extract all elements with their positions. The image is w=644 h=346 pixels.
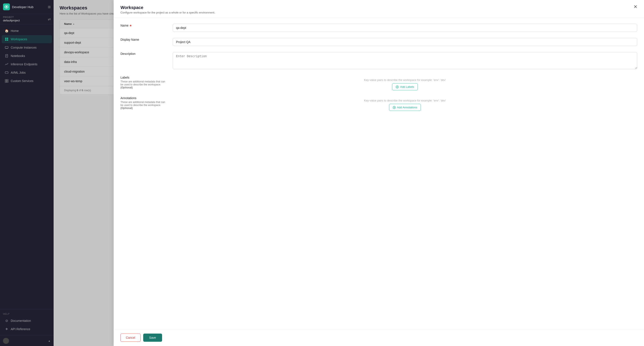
sidebar-item-label: Compute Instances — [11, 46, 37, 49]
nav-menu: 🏠 Home Workspaces Compute Instances Note… — [0, 24, 54, 309]
modal-title: Workspace — [120, 5, 637, 10]
project-section: PROJECT defaultproject ⇄ — [0, 14, 54, 24]
help-label: Help — [0, 311, 54, 317]
labels-field-row: Labels These are additional metadata tha… — [120, 76, 637, 90]
modal-subtitle: Configure workspace for the project as a… — [120, 11, 637, 14]
sidebar-footer: ▲ — [0, 336, 54, 346]
required-star: ★ — [129, 24, 132, 27]
sidebar-item-home[interactable]: 🏠 Home — [2, 27, 52, 35]
svg-rect-2 — [5, 38, 6, 39]
sidebar-header: Developer Hub ⊞ — [0, 0, 54, 14]
name-input[interactable] — [173, 24, 637, 32]
sidebar-item-label: Workspaces — [11, 37, 27, 41]
workspace-modal: Workspace Configure workspace for the pr… — [114, 0, 644, 346]
app-logo — [3, 3, 10, 10]
aiml-icon — [5, 71, 8, 74]
save-button[interactable]: Save — [143, 334, 162, 342]
add-annotations-button[interactable]: Add Annotations — [389, 104, 421, 111]
annotations-field-row: Annotations These are additional metadat… — [120, 96, 637, 111]
sidebar-item-inference[interactable]: Inference Endpoints — [2, 60, 52, 68]
sidebar-item-docs[interactable]: ⊙ Documentation — [2, 317, 52, 325]
add-labels-button[interactable]: Add Labels — [392, 83, 418, 90]
app-title: Developer Hub — [12, 5, 34, 9]
display-name-field-row: Display Name — [120, 38, 637, 46]
swap-icon[interactable]: ⇄ — [48, 17, 50, 21]
name-field-row: Name ★ — [120, 24, 637, 32]
sidebar: Developer Hub ⊞ PROJECT defaultproject ⇄… — [0, 0, 54, 346]
sidebar-item-label: Custom Services — [11, 79, 34, 83]
sidebar-item-compute[interactable]: Compute Instances — [2, 43, 52, 52]
main-area: Workspaces Here is the list of Workspace… — [54, 0, 644, 346]
labels-placeholder: Key-value pairs to describe the workspac… — [173, 76, 637, 83]
user-avatar — [3, 338, 9, 344]
sidebar-item-api[interactable]: ✈ API Reference — [2, 325, 52, 333]
sidebar-item-label: Documentation — [11, 319, 31, 323]
sidebar-item-workspaces[interactable]: Workspaces — [2, 35, 52, 43]
custom-icon — [5, 79, 8, 83]
cancel-button[interactable]: Cancel — [120, 334, 141, 342]
sidebar-item-label: Notebooks — [11, 54, 25, 58]
docs-icon: ⊙ — [5, 319, 8, 323]
svg-rect-4 — [5, 39, 6, 41]
modal-header: Workspace Configure workspace for the pr… — [114, 0, 644, 18]
project-label: PROJECT — [3, 16, 20, 18]
chevron-up-icon[interactable]: ▲ — [48, 339, 50, 342]
sidebar-help: Help ⊙ Documentation ✈ API Reference — [0, 309, 54, 336]
display-name-label: Display Name — [120, 38, 168, 41]
sidebar-item-custom[interactable]: Custom Services — [2, 77, 52, 85]
svg-rect-5 — [7, 39, 8, 41]
description-field-row: Description — [120, 52, 637, 70]
name-label: Name ★ — [120, 24, 168, 27]
inference-icon — [5, 62, 8, 66]
grid-icon[interactable]: ⊞ — [48, 5, 50, 9]
sidebar-item-label: Inference Endpoints — [11, 62, 38, 66]
sidebar-item-aiml[interactable]: AI/ML Jobs — [2, 68, 52, 77]
sidebar-item-label: API Reference — [11, 327, 30, 331]
sidebar-item-label: Home — [11, 29, 19, 32]
description-label: Description — [120, 52, 168, 55]
annotations-desc: These are additional metadata that can b… — [120, 101, 168, 110]
project-name: defaultproject — [3, 19, 20, 22]
home-icon: 🏠 — [5, 29, 8, 33]
annotations-label: Annotations — [120, 96, 168, 100]
modal-body: Name ★ Display Name — [114, 18, 644, 329]
display-name-input[interactable] — [173, 38, 637, 46]
close-button[interactable]: ✕ — [632, 3, 639, 10]
svg-rect-10 — [7, 79, 8, 81]
svg-rect-12 — [7, 81, 8, 82]
compute-icon — [5, 46, 8, 49]
modal-footer: Cancel Save — [114, 329, 644, 346]
api-icon: ✈ — [5, 327, 8, 331]
svg-rect-8 — [5, 72, 8, 73]
svg-marker-1 — [6, 6, 7, 8]
svg-rect-9 — [5, 79, 6, 81]
workspaces-icon — [5, 37, 8, 41]
notebooks-icon — [5, 54, 8, 58]
annotations-placeholder: Key-value pairs to describe the workspac… — [173, 96, 637, 104]
sidebar-item-label: AI/ML Jobs — [11, 71, 26, 74]
labels-desc: These are additional metadata that can b… — [120, 80, 168, 89]
description-textarea[interactable] — [173, 52, 637, 69]
svg-rect-3 — [7, 38, 8, 39]
sidebar-item-notebooks[interactable]: Notebooks — [2, 52, 52, 60]
labels-label: Labels — [120, 76, 168, 79]
svg-rect-11 — [5, 81, 6, 82]
svg-rect-6 — [5, 46, 8, 48]
